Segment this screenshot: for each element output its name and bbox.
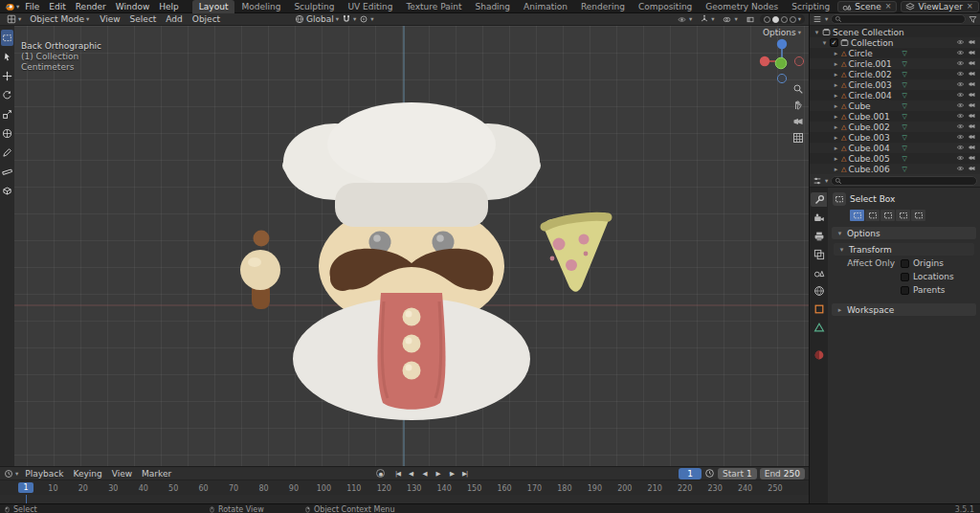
outliner-editor-icon[interactable] bbox=[813, 14, 822, 24]
close-icon[interactable]: × bbox=[966, 2, 974, 11]
grid-icon[interactable] bbox=[792, 132, 804, 144]
chef-object[interactable] bbox=[282, 102, 541, 420]
properties-editor-caret[interactable]: ▾ bbox=[825, 177, 828, 185]
disclosure-icon[interactable]: ▸ bbox=[833, 50, 839, 57]
properties-tab-material[interactable] bbox=[811, 347, 827, 362]
properties-tab-output[interactable] bbox=[811, 229, 827, 243]
object-name[interactable]: Circle.002 bbox=[848, 70, 900, 79]
tab-sculpting[interactable]: Sculpting bbox=[287, 0, 341, 13]
scene-collection-name[interactable]: Scene Collection bbox=[833, 28, 904, 37]
disclosure-icon[interactable]: ▸ bbox=[833, 145, 839, 152]
object-name[interactable]: Cube.003 bbox=[848, 133, 900, 143]
disclosure-icon[interactable]: ▸ bbox=[833, 113, 839, 121]
render-toggle[interactable] bbox=[967, 38, 977, 48]
outliner-row-cube-002[interactable]: ▸△Cube.002▽ bbox=[810, 122, 980, 132]
zoom-icon[interactable] bbox=[792, 83, 804, 95]
object-name[interactable]: Circle.001 bbox=[848, 59, 900, 69]
scene-selector[interactable]: Scene × bbox=[837, 1, 897, 12]
shading-solid-button[interactable] bbox=[772, 16, 779, 23]
tab-shading[interactable]: Shading bbox=[468, 0, 517, 13]
properties-tab-data[interactable] bbox=[811, 320, 827, 334]
menu-keying[interactable]: Keying bbox=[68, 467, 106, 480]
outliner-row-cube-003[interactable]: ▸△Cube.003▽ bbox=[810, 132, 980, 143]
transform-section-header[interactable]: ▾ Transform bbox=[834, 243, 974, 256]
tool-annotate[interactable] bbox=[1, 145, 13, 161]
timeline-ruler[interactable]: 1 10203040506070809010011012013014015016… bbox=[0, 480, 809, 495]
workspace-section-header[interactable]: ▸ Workspace bbox=[832, 303, 976, 316]
orientation-dropdown[interactable]: Global▾ bbox=[295, 14, 339, 24]
jump-to-end-button[interactable]: ▶| bbox=[458, 468, 471, 480]
origins-checkbox[interactable] bbox=[901, 259, 909, 268]
hide-toggle[interactable] bbox=[955, 165, 966, 174]
jump-to-start-button[interactable]: |◀ bbox=[391, 468, 404, 480]
hide-toggle[interactable] bbox=[955, 91, 966, 100]
pizza-object[interactable] bbox=[545, 212, 609, 292]
tool-transform[interactable] bbox=[1, 125, 13, 142]
shading-material-button[interactable] bbox=[781, 16, 788, 23]
shading-dropdown[interactable]: ▾ bbox=[798, 15, 801, 23]
spoon-object[interactable] bbox=[240, 231, 280, 310]
tool-rotate[interactable] bbox=[1, 87, 13, 103]
object-name[interactable]: Cube.006 bbox=[848, 165, 900, 174]
outliner-editor-caret[interactable]: ▾ bbox=[825, 15, 828, 23]
current-frame-field[interactable]: 1 bbox=[679, 468, 702, 480]
disclosure-icon[interactable]: ▾ bbox=[821, 39, 828, 47]
object-name[interactable]: Cube.004 bbox=[848, 144, 900, 153]
tool-add-cube[interactable] bbox=[1, 183, 13, 199]
options-section-header[interactable]: ▾ Options bbox=[832, 227, 976, 239]
outliner-row-circle-003[interactable]: ▸△Circle.003▽ bbox=[810, 79, 980, 90]
frame-end-field[interactable]: End250 bbox=[760, 468, 805, 480]
hide-toggle[interactable] bbox=[955, 59, 966, 69]
menu-add[interactable]: Add bbox=[161, 12, 187, 26]
xray-toggle[interactable] bbox=[743, 13, 758, 25]
select-mode-subtract[interactable] bbox=[880, 210, 895, 221]
render-toggle[interactable] bbox=[967, 70, 977, 79]
snap-dropdown[interactable]: ▾ bbox=[353, 15, 356, 23]
timeline-editor-icon[interactable] bbox=[4, 469, 13, 479]
tool-cursor[interactable] bbox=[1, 49, 13, 65]
play-reverse-button[interactable]: ◀ bbox=[418, 468, 431, 480]
disclosure-icon[interactable]: ▸ bbox=[833, 166, 839, 173]
outliner-row-circle-002[interactable]: ▸△Circle.002▽ bbox=[810, 69, 980, 79]
outliner-row-circle[interactable]: ▸△Circle▽ bbox=[810, 48, 980, 58]
tab-layout[interactable]: Layout bbox=[192, 0, 235, 13]
properties-tab-tool[interactable] bbox=[811, 192, 827, 207]
select-mode-intersect[interactable] bbox=[911, 210, 925, 221]
select-mode-new[interactable] bbox=[850, 210, 864, 221]
render-toggle[interactable] bbox=[967, 59, 977, 69]
object-name[interactable]: Cube.001 bbox=[848, 112, 900, 122]
outliner-row-circle-001[interactable]: ▸△Circle.001▽ bbox=[810, 58, 980, 69]
menu-render[interactable]: Render bbox=[71, 0, 111, 13]
axis-gizmo[interactable] bbox=[755, 34, 809, 90]
disclosure-icon[interactable]: ▸ bbox=[833, 71, 839, 78]
proportional-edit-toggle[interactable]: ▾ bbox=[359, 14, 373, 24]
visibility-dropdown[interactable]: ▾ bbox=[674, 13, 695, 25]
hide-toggle[interactable] bbox=[955, 154, 966, 164]
properties-search-input[interactable] bbox=[831, 176, 977, 186]
play-button[interactable]: ▶ bbox=[432, 468, 444, 480]
current-frame-chip[interactable]: 1 bbox=[18, 482, 33, 493]
collection-checkbox[interactable]: ✓ bbox=[830, 38, 838, 47]
snap-toggle[interactable]: ▾ bbox=[342, 14, 356, 24]
scene-name[interactable]: Scene bbox=[855, 2, 880, 11]
object-name[interactable]: Circle bbox=[848, 49, 900, 58]
camera-view-icon[interactable] bbox=[792, 116, 804, 127]
hide-toggle[interactable] bbox=[955, 101, 966, 111]
object-name[interactable]: Cube bbox=[848, 101, 900, 111]
frame-start-field[interactable]: Start1 bbox=[718, 468, 757, 480]
hide-toggle[interactable] bbox=[955, 144, 966, 153]
render-toggle[interactable] bbox=[967, 80, 977, 90]
menu-select[interactable]: Select bbox=[125, 12, 162, 26]
tab-geometry-nodes[interactable]: Geometry Nodes bbox=[699, 0, 785, 13]
properties-tab-world[interactable] bbox=[811, 283, 827, 298]
next-keyframe-button[interactable]: ·▶ bbox=[445, 468, 457, 480]
disclosure-icon[interactable]: ▸ bbox=[833, 134, 839, 142]
disclosure-icon[interactable]: ▸ bbox=[833, 102, 839, 110]
outliner-row-cube-001[interactable]: ▸△Cube.001▽ bbox=[810, 111, 980, 122]
overlays-toggle[interactable]: ▾ bbox=[719, 13, 740, 25]
timeline-editor-caret[interactable]: ▾ bbox=[15, 470, 18, 478]
active-tool[interactable]: Select Box bbox=[833, 192, 976, 206]
menu-marker[interactable]: Marker bbox=[137, 467, 176, 480]
hide-toggle[interactable] bbox=[955, 80, 966, 90]
viewport-3d[interactable]: Options▾ Back Orthographic (1) Collectio… bbox=[0, 26, 809, 466]
